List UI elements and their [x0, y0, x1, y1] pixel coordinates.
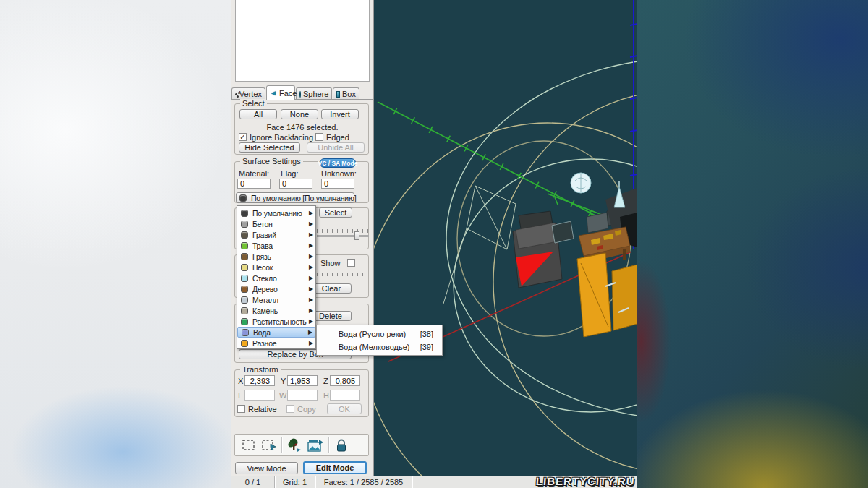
material-menu-item[interactable]: Вода▶ — [237, 327, 315, 338]
vc-sa-mode-button[interactable]: VC / SA Mode — [320, 158, 356, 168]
material-menu-item[interactable]: Стекло▶ — [237, 273, 315, 283]
ignore-backfacing-label: Ignore Backfacing — [250, 133, 313, 142]
face-icon: ◄ — [270, 90, 277, 97]
l-field[interactable] — [244, 390, 275, 401]
transform-ok-button[interactable]: OK — [327, 403, 362, 414]
toolbar-separator — [281, 437, 282, 453]
vertex-icon — [235, 93, 237, 95]
clear-button[interactable]: Clear — [311, 283, 352, 294]
water-submenu-item[interactable]: Вода (Русло реки)[38] — [317, 328, 442, 341]
blurred-background-right — [637, 0, 868, 488]
material-label: Металл — [252, 296, 309, 304]
submenu-arrow-icon: ▶ — [309, 253, 313, 260]
material-swatch — [241, 264, 248, 271]
select-group-title: Select — [240, 99, 267, 108]
w-label: W — [279, 391, 286, 400]
export-image-icon[interactable] — [307, 437, 324, 453]
show-checkbox[interactable] — [347, 259, 355, 267]
material-menu-item[interactable]: Камень▶ — [237, 305, 315, 316]
submenu-arrow-icon: ▶ — [309, 210, 313, 216]
status-faces: Faces: 1 / 2585 / 2585 — [315, 476, 412, 488]
default-material-label: По умолчанию [По умолчанию] — [251, 194, 356, 202]
flag-field[interactable]: 0 — [279, 179, 312, 189]
orange-panel-2 — [612, 265, 637, 330]
edit-mode-button[interactable]: Edit Mode — [303, 461, 367, 474]
select-none-button[interactable]: None — [281, 109, 318, 119]
transform-title: Transform — [240, 365, 281, 374]
w-field[interactable] — [287, 390, 318, 401]
material-label: Вода — [253, 328, 308, 337]
material-menu-item[interactable]: По умолчанию▶ — [237, 207, 315, 218]
hide-selected-button[interactable]: Hide Selected — [239, 142, 300, 153]
watermark: LIBERTYCITY.RU — [536, 475, 636, 487]
map-editor-window: Vertex ◄ Face Sphere Box Select All None… — [231, 0, 637, 488]
copy-checkbox[interactable] — [286, 405, 294, 413]
ignore-backfacing-checkbox[interactable]: ✓ — [239, 133, 247, 141]
slider-1[interactable] — [317, 235, 369, 237]
bottom-toolbar — [234, 434, 369, 456]
view-mode-button[interactable]: View Mode — [235, 462, 298, 474]
material-field[interactable]: 0 — [237, 179, 271, 189]
tab-vertex-label: Vertex — [239, 90, 262, 98]
lock-icon[interactable] — [333, 437, 349, 453]
material-swatch — [242, 329, 249, 336]
flag-label: Flag: — [281, 169, 298, 178]
x-field[interactable]: -2,393 — [244, 375, 275, 386]
y-field[interactable]: 1,953 — [287, 375, 318, 386]
select-invert-button[interactable]: Invert — [321, 109, 359, 119]
submenu-arrow-icon: ▶ — [309, 340, 313, 346]
side-select-button[interactable]: Select — [319, 207, 352, 218]
submenu-arrow-icon: ▶ — [308, 329, 312, 335]
water-option-key: [39] — [420, 343, 433, 351]
material-label: Растительность — [252, 317, 309, 326]
tree-icon[interactable] — [286, 437, 302, 453]
z-label: Z — [323, 377, 328, 385]
edged-checkbox[interactable] — [315, 133, 323, 141]
material-menu-item[interactable]: Грязь▶ — [237, 251, 315, 262]
h-field[interactable] — [330, 390, 360, 401]
unknown-label: Unknown: — [321, 169, 357, 178]
material-menu-item[interactable]: Гравий▶ — [237, 229, 315, 240]
material-menu-item[interactable]: Дерево▶ — [237, 283, 315, 294]
relative-label: Relative — [248, 405, 277, 414]
material-menu-item[interactable]: Песок▶ — [237, 262, 315, 273]
material-swatch — [241, 275, 248, 282]
submenu-arrow-icon: ▶ — [309, 231, 313, 238]
material-swatch — [241, 318, 248, 325]
tab-face-label: Face — [279, 89, 297, 98]
submenu-arrow-icon: ▶ — [309, 264, 313, 270]
z-field[interactable]: -0,805 — [330, 375, 360, 386]
object-list[interactable] — [235, 0, 370, 82]
material-label: Камень — [252, 307, 309, 315]
material-menu-item[interactable]: Трава▶ — [237, 240, 315, 251]
tab-box[interactable]: Box — [333, 87, 359, 100]
material-menu-item[interactable]: Разное▶ — [237, 338, 315, 348]
water-option-key: [38] — [420, 330, 433, 338]
slider-1-thumb[interactable] — [354, 231, 359, 240]
selection-status-text: Face 1476 selected. — [231, 123, 373, 132]
tab-vertex[interactable]: Vertex — [231, 87, 265, 100]
marquee-move-icon[interactable] — [261, 437, 277, 453]
water-submenu-item[interactable]: Вода (Мелководье)[39] — [317, 341, 442, 354]
select-all-button[interactable]: All — [239, 109, 277, 119]
water-submenu: Вода (Русло реки)[38]Вода (Мелководье)[3… — [316, 325, 443, 356]
l-label: L — [238, 391, 242, 400]
unknown-field[interactable]: 0 — [321, 179, 354, 189]
default-material-button[interactable]: По умолчанию [По умолчанию] — [236, 192, 354, 203]
submenu-arrow-icon: ▶ — [309, 296, 313, 303]
viewport-3d[interactable] — [373, 0, 637, 476]
marquee-select-icon[interactable] — [241, 437, 257, 453]
tab-face[interactable]: ◄ Face — [266, 85, 295, 100]
relative-checkbox[interactable] — [237, 405, 245, 413]
submenu-arrow-icon: ▶ — [309, 318, 313, 325]
tab-sphere[interactable]: Sphere — [296, 87, 332, 100]
unhide-all-button[interactable]: Unhide All — [307, 142, 365, 153]
material-menu-item[interactable]: Растительность▶ — [237, 316, 315, 327]
toolbar-separator — [328, 437, 329, 453]
water-option-label: Вода (Русло реки) — [339, 330, 406, 338]
viewport-scene — [374, 0, 637, 476]
material-menu-item[interactable]: Металл▶ — [237, 294, 315, 305]
material-menu-item[interactable]: Бетон▶ — [237, 218, 315, 229]
material-swatch — [241, 210, 248, 217]
submenu-arrow-icon: ▶ — [309, 275, 313, 281]
